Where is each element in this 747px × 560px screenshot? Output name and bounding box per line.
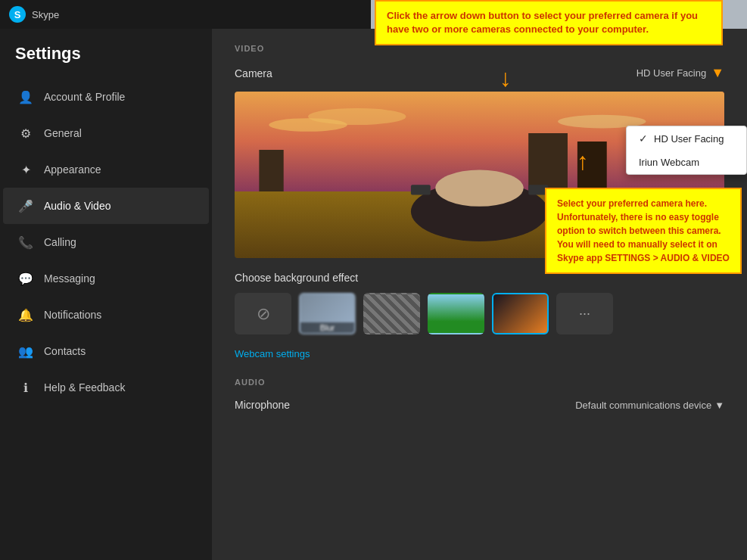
camera-dropdown-arrow-icon[interactable]: ▼ — [711, 65, 724, 81]
bg-effect-more[interactable]: ··· — [556, 293, 613, 334]
audio-section-label: AUDIO — [235, 378, 724, 387]
account-icon: 👤 — [18, 89, 33, 104]
callout-bottom: Select your preferred camera here. Unfor… — [545, 188, 742, 274]
sidebar-item-label: Appearance — [44, 163, 101, 176]
general-icon: ⚙ — [18, 126, 33, 141]
sidebar-item-calling[interactable]: 📞 Calling — [3, 224, 209, 260]
camera-select[interactable]: HD User Facing ▼ — [637, 65, 724, 81]
arrow-down-icon: ↓ — [500, 64, 512, 92]
camera-option-iriun[interactable]: Iriun Webcam — [627, 151, 746, 174]
camera-option-hd[interactable]: ✓ HD User Facing — [627, 126, 746, 151]
camera-label: Camera — [235, 67, 272, 79]
bg-effect-none[interactable]: ⊘ — [235, 293, 291, 334]
callout-bottom-text: Select your preferred camera here. Unfor… — [557, 198, 730, 263]
camera-value: HD User Facing — [637, 67, 706, 79]
arrow-up-icon: ↑ — [577, 148, 589, 176]
callout-top: Click the arrow down button to select yo… — [375, 0, 723, 45]
camera-setting-row: Camera HD User Facing ▼ — [235, 65, 724, 81]
svg-rect-7 — [259, 150, 283, 191]
sidebar-item-label: Help & Feedback — [44, 381, 125, 394]
sidebar-item-notifications[interactable]: 🔔 Notifications — [3, 297, 209, 333]
sidebar-item-label: Notifications — [44, 309, 101, 321]
camera-option-label: Iriun Webcam — [639, 157, 699, 168]
sidebar-item-label: Contacts — [44, 345, 86, 357]
camera-dropdown-menu: ✓ HD User Facing Iriun Webcam — [626, 126, 747, 175]
sidebar-item-messaging[interactable]: 💬 Messaging — [3, 260, 209, 297]
sidebar-item-label: Messaging — [44, 272, 95, 285]
bg-effect-blur[interactable]: Blur — [299, 293, 356, 334]
sidebar-item-help[interactable]: ℹ Help & Feedback — [3, 369, 209, 406]
calling-icon: 📞 — [18, 235, 33, 250]
skype-logo-icon: S — [9, 6, 26, 23]
checkmark-icon: ✓ — [639, 132, 648, 145]
sidebar-item-audio-video[interactable]: 🎤 Audio & Video — [3, 188, 209, 224]
sidebar: Settings 👤 Account & Profile ⚙ General ✦… — [0, 29, 212, 560]
sidebar-item-label: Calling — [44, 236, 76, 248]
svg-point-9 — [435, 170, 523, 206]
title-bar: S Skype — [0, 0, 371, 29]
bg-effect-scene1[interactable] — [428, 293, 484, 334]
more-icon: ··· — [579, 306, 590, 322]
svg-rect-10 — [411, 185, 431, 194]
svg-rect-5 — [528, 133, 568, 191]
camera-option-label: HD User Facing — [654, 133, 724, 145]
microphone-label: Microphone — [235, 399, 290, 411]
sidebar-item-account[interactable]: 👤 Account & Profile — [3, 79, 209, 115]
contacts-icon: 👥 — [18, 344, 33, 359]
app-title: Skype — [32, 9, 59, 20]
sidebar-item-contacts[interactable]: 👥 Contacts — [3, 333, 209, 369]
bg-effect-pattern[interactable] — [363, 293, 420, 334]
app-window: Settings 👤 Account & Profile ⚙ General ✦… — [0, 29, 747, 560]
appearance-icon: ✦ — [18, 162, 33, 177]
sidebar-item-label: Audio & Video — [44, 200, 110, 212]
sidebar-item-appearance[interactable]: ✦ Appearance — [3, 151, 209, 188]
microphone-dropdown-icon: ▼ — [714, 400, 724, 411]
no-effect-icon: ⊘ — [257, 304, 270, 324]
bg-effect-scene2[interactable] — [492, 293, 549, 334]
microphone-value: Default communications device — [575, 400, 711, 411]
settings-title: Settings — [0, 44, 212, 79]
sidebar-item-label: Account & Profile — [44, 91, 125, 103]
callout-top-text: Click the arrow down button to select yo… — [387, 10, 698, 35]
audio-section: AUDIO Microphone Default communications … — [235, 378, 724, 411]
sidebar-item-label: General — [44, 127, 82, 139]
microphone-row: Microphone Default communications device… — [235, 399, 724, 411]
sidebar-item-general[interactable]: ⚙ General — [3, 115, 209, 151]
help-icon: ℹ — [18, 380, 33, 395]
blur-label: Blur — [300, 322, 354, 333]
notifications-icon: 🔔 — [18, 307, 33, 322]
bg-effects-grid: ⊘ Blur ··· — [235, 293, 724, 334]
messaging-icon: 💬 — [18, 271, 33, 286]
svg-point-3 — [308, 108, 406, 125]
main-content: VIDEO Camera HD User Facing ▼ ✓ HD User … — [212, 29, 747, 560]
microphone-select[interactable]: Default communications device ▼ — [575, 400, 724, 411]
webcam-settings-link[interactable]: Webcam settings — [235, 348, 724, 359]
audio-video-icon: 🎤 — [18, 198, 33, 213]
